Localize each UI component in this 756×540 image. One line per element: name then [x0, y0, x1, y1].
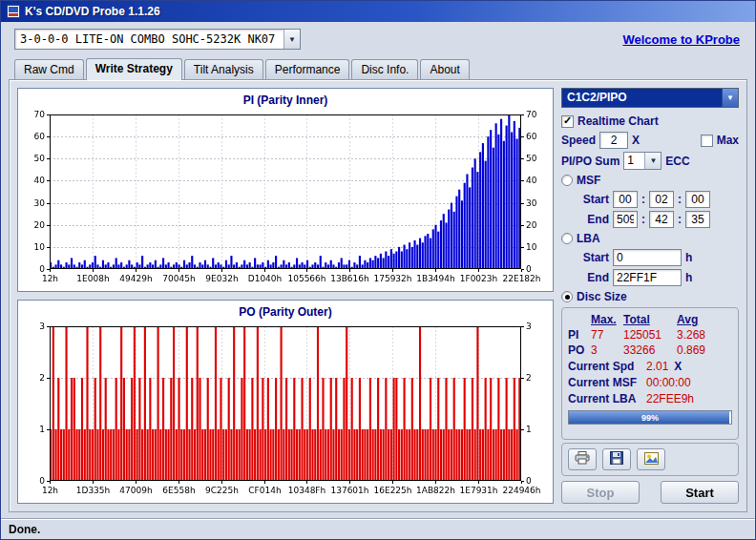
window-title: K's CD/DVD Probe 1.1.26: [25, 5, 160, 18]
msf-start-min-input[interactable]: [613, 191, 638, 208]
lba-end-label: End: [577, 271, 609, 284]
msf-separator: :: [678, 193, 682, 206]
lba-label: LBA: [577, 232, 600, 245]
stats-pi-max: 77: [591, 328, 623, 342]
stats-pi-total: 125051: [623, 328, 677, 342]
save-icon: [610, 451, 623, 467]
progress-bar: 99%: [568, 410, 732, 425]
tab-disc-info[interactable]: Disc Info.: [351, 59, 418, 79]
stats-row-pi-name: PI: [568, 328, 591, 342]
speed-label: Speed: [561, 134, 596, 147]
charts-column: PI (Parity Inner) PO (Parity Outer): [17, 88, 554, 504]
realtime-chart-row: Realtime Chart: [561, 114, 739, 129]
msf-end-row: End : :: [577, 211, 739, 228]
pipo-sum-value: 1: [624, 153, 644, 169]
stats-pi-avg: 3.268: [677, 328, 721, 342]
tab-write-strategy[interactable]: Write Strategy: [86, 58, 182, 80]
mode-select-value: C1C2/PIPO: [562, 89, 722, 107]
current-lba-label: Current LBA: [568, 392, 640, 405]
po-chart-title: PO (Parity Outer): [239, 303, 331, 321]
welcome-link[interactable]: Welcome to KProbe: [622, 32, 740, 47]
pi-chart: PI (Parity Inner): [17, 88, 554, 292]
tab-performance[interactable]: Performance: [265, 59, 350, 79]
tab-about[interactable]: About: [420, 59, 469, 79]
drive-select-value: 3-0-0-0 LITE-ON COMBO SOHC-5232K NK07: [15, 30, 284, 49]
lba-start-input[interactable]: [613, 249, 682, 266]
max-checkbox[interactable]: [701, 135, 713, 147]
print-button[interactable]: [568, 448, 597, 470]
status-bar: Done.: [1, 518, 755, 539]
pi-chart-title: PI (Parity Inner): [243, 92, 328, 109]
po-chart-canvas: [21, 321, 550, 496]
stats-po-max: 3: [591, 343, 623, 357]
app-icon: [7, 5, 20, 18]
chart-tools: [561, 443, 739, 476]
chevron-down-icon[interactable]: ▼: [284, 30, 300, 49]
current-speed-row: Current Spd 2.01 X: [568, 360, 732, 373]
msf-end-sec-input[interactable]: [649, 211, 674, 228]
chevron-down-icon[interactable]: ▼: [644, 153, 661, 169]
po-chart: PO (Parity Outer): [17, 300, 554, 504]
msf-start-sec-input[interactable]: [649, 191, 674, 208]
lba-end-row: End h: [577, 269, 739, 286]
tab-raw-cmd[interactable]: Raw Cmd: [14, 59, 84, 79]
current-msf-value: 00:00:00: [646, 376, 691, 389]
lba-radio-row: LBA: [561, 231, 739, 246]
disc-size-radio-row: Disc Size: [561, 289, 739, 304]
realtime-chart-label: Realtime Chart: [578, 114, 659, 128]
current-lba-value: 22FEE9h: [646, 392, 694, 405]
status-text: Done.: [9, 523, 40, 536]
control-sidebar: C1C2/PIPO ▼ Realtime Chart Speed X Max P…: [561, 88, 739, 504]
header-row: 3-0-0-0 LITE-ON COMBO SOHC-5232K NK07 ▼ …: [1, 22, 755, 56]
action-buttons: Stop Start: [561, 481, 739, 504]
start-button[interactable]: Start: [661, 481, 739, 504]
stats-row-po-name: PO: [568, 343, 591, 357]
msf-end-frame-input[interactable]: [685, 211, 710, 228]
current-speed-label: Current Spd: [568, 360, 640, 373]
current-msf-label: Current MSF: [568, 376, 640, 389]
msf-start-label: Start: [577, 193, 609, 206]
drive-select[interactable]: 3-0-0-0 LITE-ON COMBO SOHC-5232K NK07 ▼: [14, 29, 301, 50]
speed-row: Speed X Max: [561, 132, 739, 149]
export-image-button[interactable]: [637, 448, 665, 470]
stats-header-avg: Avg: [677, 313, 721, 326]
stats-po-avg: 0.869: [677, 343, 721, 357]
pipo-sum-row: PI/PO Sum 1 ▼ ECC: [561, 152, 739, 170]
lba-unit-label: h: [685, 271, 692, 284]
lba-start-row: Start h: [577, 249, 739, 266]
progress-percent-label: 99%: [569, 411, 731, 424]
disc-size-radio[interactable]: [561, 291, 573, 302]
stats-header-max: Max.: [591, 313, 623, 326]
tab-tilt-analysis[interactable]: Tilt Analysis: [184, 59, 263, 79]
lba-start-label: Start: [577, 251, 609, 264]
msf-label: MSF: [577, 174, 600, 187]
realtime-chart-checkbox[interactable]: [561, 115, 574, 128]
stats-po-total: 33266: [623, 343, 677, 357]
title-bar[interactable]: K's CD/DVD Probe 1.1.26: [1, 1, 755, 22]
pipo-sum-label: PI/PO Sum: [561, 155, 620, 168]
msf-radio[interactable]: [561, 175, 573, 186]
chevron-down-icon[interactable]: ▼: [722, 89, 738, 107]
app-window: K's CD/DVD Probe 1.1.26 3-0-0-0 LITE-ON …: [0, 0, 756, 540]
lba-unit-label: h: [685, 251, 692, 264]
msf-start-row: Start : :: [577, 191, 739, 208]
msf-separator: :: [641, 193, 645, 206]
tab-strip: Raw Cmd Write Strategy Tilt Analysis Per…: [1, 56, 755, 79]
pi-chart-canvas: [21, 109, 550, 284]
pipo-sum-select[interactable]: 1 ▼: [623, 152, 662, 170]
msf-end-min-input[interactable]: [613, 211, 638, 228]
stop-button[interactable]: Stop: [561, 481, 640, 504]
stats-table: Max. Total Avg PI 77 125051 3.268 PO 3 3…: [568, 313, 732, 357]
msf-start-frame-input[interactable]: [685, 191, 710, 208]
msf-end-label: End: [577, 213, 609, 226]
msf-radio-row: MSF: [561, 173, 739, 188]
lba-end-input[interactable]: [613, 269, 682, 286]
mode-select[interactable]: C1C2/PIPO ▼: [561, 88, 739, 108]
speed-input[interactable]: [599, 132, 628, 149]
write-strategy-panel: PI (Parity Inner) PO (Parity Outer) C1C2…: [9, 79, 747, 512]
max-label: Max: [717, 134, 739, 147]
speed-unit-label: X: [632, 134, 640, 147]
lba-radio[interactable]: [561, 233, 573, 244]
save-button[interactable]: [602, 448, 631, 470]
current-lba-row: Current LBA 22FEE9h: [568, 392, 732, 405]
